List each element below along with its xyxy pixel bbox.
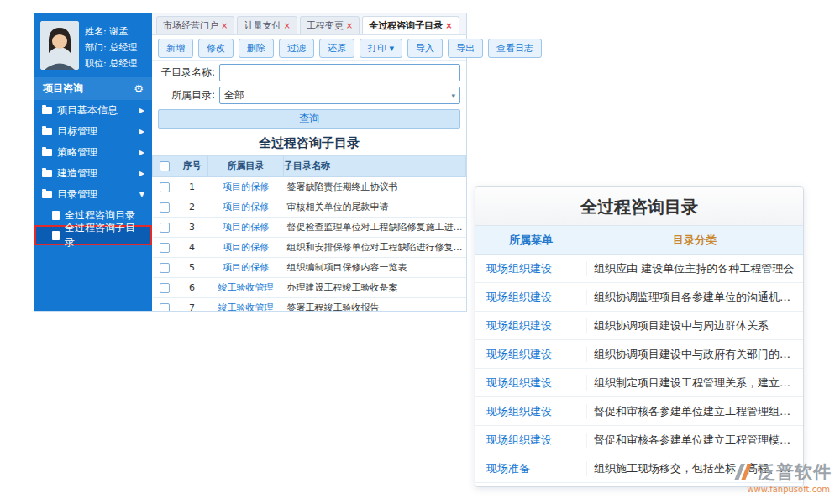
row-checkbox[interactable] (160, 202, 170, 213)
avatar-image (40, 21, 79, 70)
toolbar-button[interactable]: 修改 (198, 39, 234, 58)
subdir-name-input[interactable] (219, 64, 460, 81)
header-name: 子目录名称 (284, 156, 466, 176)
toolbar-button[interactable]: 查看日志 (488, 39, 542, 58)
sidebar-item[interactable]: 建造管理▶ (34, 163, 152, 184)
row-checkbox[interactable] (160, 243, 170, 253)
header-no: 序号 (176, 156, 208, 176)
sidebar-item[interactable]: 目录管理▼ (34, 184, 152, 205)
cell-dir: 项目的保修 (208, 237, 284, 257)
panel-row: 现场组织建设组织应由 建设单位主持的各种工程管理会 (475, 255, 803, 283)
row-checkbox[interactable] (160, 303, 170, 312)
tab-close-icon[interactable]: × (221, 22, 228, 30)
panel-cell-category: 组织应由 建设单位主持的各种工程管理会 (586, 261, 803, 276)
menu-link[interactable]: 现场组织建设 (486, 262, 552, 275)
cell-no: 2 (176, 197, 208, 217)
user-department: 部门: 总经理 (85, 39, 137, 55)
sidebar-subitem-label: 全过程咨询目录 (65, 208, 135, 223)
cell-dir: 项目的保修 (208, 257, 284, 277)
toolbar-button[interactable]: 还原 (319, 39, 354, 58)
cell-dir: 竣工验收管理 (208, 297, 284, 311)
row-checkbox[interactable] (160, 223, 170, 233)
toolbar-button[interactable]: 删除 (239, 39, 274, 58)
panel-cell-menu: 现场组织建设 (475, 318, 586, 333)
cell-checkbox (153, 257, 176, 277)
watermark-url: www.fanpusoft.com (732, 485, 832, 494)
tab[interactable]: 计量支付× (237, 16, 297, 34)
chevron-right-icon: ▶ (139, 170, 144, 177)
sidebar-subitem[interactable]: 全过程咨询子目录 (34, 225, 152, 245)
header-dir: 所属目录 (208, 156, 284, 176)
row-checkbox[interactable] (160, 263, 170, 273)
query-button[interactable]: 查询 (158, 109, 460, 129)
menu-link[interactable]: 现场组织建设 (486, 376, 552, 389)
table-row: 6竣工验收管理办理建设工程竣工验收备案 (153, 277, 466, 297)
cell-name: 审核相关单位的尾款申请 (284, 197, 466, 217)
tab-close-icon[interactable]: × (283, 22, 290, 30)
cell-checkbox (153, 217, 176, 237)
toolbar-button[interactable]: 导入 (407, 39, 443, 58)
sidebar-item-label: 目录管理 (57, 187, 97, 202)
subdir-name-label: 子目录名称: (158, 66, 215, 80)
dir-link[interactable]: 项目的保修 (223, 242, 269, 253)
tab-strip: 市场经营门户×计量支付×工程变更×全过程咨询子目录× (152, 13, 466, 35)
cell-checkbox (153, 297, 176, 311)
toolbar: 新增修改删除过滤还原打印 ▾导入导出查看日志 (152, 35, 466, 61)
user-info: 姓名: 谢孟 部门: 总经理 职位: 总经理 (85, 21, 137, 71)
toolbar-button[interactable]: 过滤 (279, 39, 314, 58)
toolbar-button[interactable]: 导出 (448, 39, 483, 58)
filter-row-subdir: 子目录名称: (152, 61, 466, 84)
table-row: 7竣工验收管理签署工程竣工验收报告 (153, 297, 466, 311)
row-checkbox[interactable] (160, 283, 170, 293)
toolbar-button[interactable]: 新增 (158, 39, 193, 58)
tab[interactable]: 全过程咨询子目录× (362, 16, 459, 34)
cell-name: 签署缺陷责任期终止协议书 (284, 176, 466, 197)
dir-link[interactable]: 项目的保修 (223, 262, 269, 273)
dir-link[interactable]: 项目的保修 (223, 222, 269, 233)
menu-link[interactable]: 现场准备 (486, 462, 530, 475)
menu-link[interactable]: 现场组织建设 (486, 405, 552, 417)
cell-no: 1 (176, 176, 208, 197)
tab[interactable]: 市场经营门户× (156, 16, 234, 34)
table-header-row: 序号 所属目录 子目录名称 (153, 156, 466, 176)
fanpu-logo-icon (732, 463, 753, 481)
menu-link[interactable]: 现场组织建设 (486, 348, 552, 360)
menu-link[interactable]: 现场组织建设 (486, 291, 552, 303)
avatar (40, 21, 79, 70)
parent-dir-select[interactable]: 全部 ▾ (219, 87, 460, 104)
panel-row: 现场组织建设督促和审核各参建单位建立工程管理组织... (475, 397, 803, 426)
tab-close-icon[interactable]: × (445, 22, 452, 30)
parent-dir-value: 全部 (224, 88, 244, 102)
dir-link[interactable]: 项目的保修 (223, 181, 269, 192)
tab-label: 全过程咨询子目录 (369, 19, 443, 32)
toolbar-button[interactable]: 打印 ▾ (360, 39, 402, 58)
cell-dir: 项目的保修 (208, 176, 284, 197)
sidebar-item[interactable]: 目标管理▶ (34, 121, 152, 142)
cell-checkbox (153, 176, 176, 197)
menu-link[interactable]: 现场组织建设 (486, 433, 552, 446)
dir-link[interactable]: 竣工验收管理 (218, 302, 274, 312)
gear-icon[interactable]: ⚙ (134, 82, 144, 95)
tab[interactable]: 工程变更× (300, 16, 360, 34)
cell-checkbox (153, 277, 176, 297)
sidebar-item[interactable]: 项目基本信息▶ (34, 100, 152, 121)
dir-link[interactable]: 竣工验收管理 (218, 282, 274, 293)
dir-link[interactable]: 项目的保修 (223, 202, 269, 213)
sidebar-item[interactable]: 策略管理▶ (34, 142, 152, 163)
sidebar: 姓名: 谢孟 部门: 总经理 职位: 总经理 项目咨询 ⚙ 项目基本信息▶目标管… (34, 13, 152, 311)
table-row: 3项目的保修督促检查监理单位对工程缺陷修复施工进行跟进的落实... (153, 217, 466, 237)
sidebar-header: 项目咨询 ⚙ (34, 77, 152, 100)
row-checkbox[interactable] (160, 182, 170, 192)
folder-icon (42, 170, 52, 177)
menu-link[interactable]: 现场组织建设 (486, 319, 552, 332)
chevron-right-icon: ▶ (139, 128, 144, 135)
directory-panel: 全过程咨询目录 所属菜单 目录分类 现场组织建设组织应由 建设单位主持的各种工程… (475, 186, 804, 487)
main-content: 市场经营门户×计量支付×工程变更×全过程咨询子目录× 新增修改删除过滤还原打印 … (152, 13, 466, 311)
select-all-checkbox[interactable] (160, 161, 170, 171)
panel-row: 现场组织建设组织协调项目建设中与周边群体关系 (475, 312, 803, 340)
cell-checkbox (153, 197, 176, 217)
document-icon (52, 211, 60, 220)
cell-no: 5 (176, 257, 208, 277)
cell-dir: 竣工验收管理 (208, 277, 284, 297)
tab-close-icon[interactable]: × (346, 22, 353, 30)
